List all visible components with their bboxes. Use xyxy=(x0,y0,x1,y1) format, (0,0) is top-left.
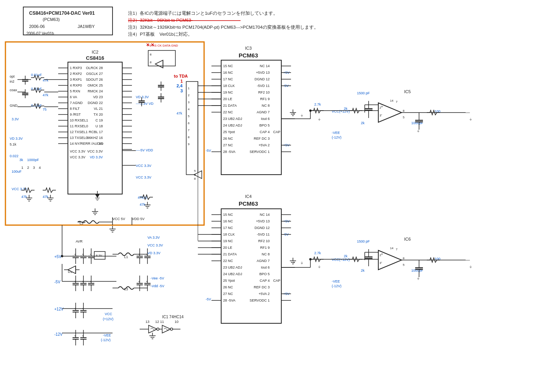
svg-text:1: 1 xyxy=(180,79,183,83)
svg-text:NC 8: NC 8 xyxy=(262,104,270,108)
svg-text:8: 8 xyxy=(403,109,405,113)
svg-text:VD 3.3V: VD 3.3V xyxy=(147,251,161,255)
svg-text:+: + xyxy=(381,105,383,109)
svg-text:8: 8 xyxy=(403,257,405,260)
svg-text:16 NC: 16 NC xyxy=(223,219,233,223)
svg-text:19 NC: 19 NC xyxy=(223,90,233,94)
svg-text:IC1 74HC14: IC1 74HC14 xyxy=(162,315,184,319)
svg-text:VD 23: VD 23 xyxy=(93,95,103,99)
svg-text:2006-06: 2006-06 xyxy=(29,24,45,29)
svg-text:-: - xyxy=(381,113,382,116)
svg-text:RF1 9: RF1 9 xyxy=(260,246,270,250)
svg-text:4: 4 xyxy=(188,108,190,111)
svg-text:注1）各ICの電源端子には電解コンと1uFのセラコンを付加し: 注1）各ICの電源端子には電解コンと1uFのセラコンを付加しています。 xyxy=(128,10,278,16)
svg-text:+: + xyxy=(146,280,148,283)
svg-text:2 RXP2: 2 RXP2 xyxy=(70,72,82,76)
svg-text:VCC 3.3V: VCC 3.3V xyxy=(147,243,163,247)
svg-text:CAP: CAP xyxy=(273,130,281,134)
svg-text:-5VD 11: -5VD 11 xyxy=(257,84,270,88)
svg-text:OMCK 25: OMCK 25 xyxy=(87,83,103,87)
svg-text:----3.3V VD: ----3.3V VD xyxy=(136,102,154,106)
svg-text:⏚: ⏚ xyxy=(301,260,303,265)
svg-text:15 NC: 15 NC xyxy=(223,64,233,68)
svg-text:9: 9 xyxy=(194,173,196,177)
svg-text:2: 2 xyxy=(188,94,190,97)
svg-text:7: 7 xyxy=(396,248,398,251)
svg-text:IC5: IC5 xyxy=(404,89,411,94)
svg-text:47k: 47k xyxy=(177,111,182,115)
svg-text:+5VD 13: +5VD 13 xyxy=(256,219,270,223)
svg-text:VCC 5V: VCC 5V xyxy=(113,217,125,221)
svg-text:14 NY/RERR /AUDIO: 14 NY/RERR /AUDIO xyxy=(70,142,104,146)
svg-text:⏚: ⏚ xyxy=(469,264,472,269)
svg-text:9 /RST: 9 /RST xyxy=(70,113,81,116)
svg-text:-VEE: -VEE xyxy=(103,333,111,337)
svg-text:25 Ypot: 25 Ypot xyxy=(223,279,235,283)
svg-text:8: 8 xyxy=(194,177,196,180)
svg-text:CAP: CAP xyxy=(273,279,281,283)
svg-text:3 RXP1: 3 RXP1 xyxy=(70,78,82,82)
svg-text:VD 3.3V: VD 3.3V xyxy=(90,155,103,159)
svg-text:Iout 6: Iout 6 xyxy=(261,117,270,121)
svg-text:7: 7 xyxy=(188,128,190,132)
svg-text:CS8416+PCM1704-DAC Ver01: CS8416+PCM1704-DAC Ver01 xyxy=(29,10,95,16)
svg-text:5.1k: 5.1k xyxy=(10,142,17,146)
svg-text:SDOUT 26: SDOUT 26 xyxy=(86,78,103,82)
svg-text:OLRCK 28: OLRCK 28 xyxy=(86,66,103,70)
svg-text:17 NC: 17 NC xyxy=(223,226,233,230)
svg-text:26 NC: 26 NC xyxy=(223,137,233,140)
svg-text:Iout 6: Iout 6 xyxy=(261,265,270,269)
svg-text:AVR: AVR xyxy=(76,239,83,243)
svg-text:U 18: U 18 xyxy=(95,124,103,128)
svg-text:96KHZ 16: 96KHZ 16 xyxy=(87,136,103,140)
svg-text:1500 pF: 1500 pF xyxy=(357,239,370,243)
svg-text:+: + xyxy=(82,334,84,338)
svg-text:8.3V: 8.3V xyxy=(96,254,102,257)
svg-text:—: — xyxy=(466,110,470,114)
svg-text:VD 3.3V: VD 3.3V xyxy=(136,95,149,99)
svg-text:SERVODC 1: SERVODC 1 xyxy=(249,298,270,302)
svg-text:47k: 47k xyxy=(43,93,49,97)
svg-text:12 11: 12 11 xyxy=(155,320,164,324)
svg-text:-5VD 11: -5VD 11 xyxy=(257,232,270,236)
svg-text:20 LE: 20 LE xyxy=(223,97,232,101)
svg-text:2,4: 2,4 xyxy=(177,83,183,88)
svg-text:+: + xyxy=(74,253,76,256)
svg-text:⏚: ⏚ xyxy=(301,113,303,117)
svg-text:1: 1 xyxy=(188,87,190,90)
svg-text:AGND 7: AGND 7 xyxy=(256,259,270,263)
svg-text:(-12V): (-12V) xyxy=(332,284,341,288)
svg-text:IC6: IC6 xyxy=(404,237,411,241)
svg-text:VCC 3.3V: VCC 3.3V xyxy=(136,175,151,179)
svg-text:NC 8: NC 8 xyxy=(262,252,270,256)
svg-text:3: 3 xyxy=(180,88,183,93)
svg-text:REF DC 3: REF DC 3 xyxy=(254,137,270,140)
svg-text:DGND 12: DGND 12 xyxy=(255,77,270,81)
svg-text:⏚: ⏚ xyxy=(318,117,320,121)
svg-text:2k: 2k xyxy=(361,269,365,272)
svg-text:47k: 47k xyxy=(140,203,146,206)
svg-text:4 RXP0: 4 RXP0 xyxy=(70,83,82,87)
svg-text:1 RXP3: 1 RXP3 xyxy=(70,66,82,70)
svg-text:-: - xyxy=(381,260,382,264)
svg-text:opt: opt xyxy=(10,75,15,78)
svg-text:3: 3 xyxy=(188,101,190,104)
svg-text:NC 14: NC 14 xyxy=(260,64,270,68)
svg-text:1: 1 xyxy=(21,166,23,170)
svg-text:13: 13 xyxy=(146,320,149,324)
svg-text:19 NC: 19 NC xyxy=(223,239,233,243)
svg-point-324 xyxy=(170,328,173,330)
svg-text:+12V: +12V xyxy=(54,307,64,311)
svg-text:-VEE: -VEE xyxy=(332,279,340,283)
svg-text:RMCK 24: RMCK 24 xyxy=(88,89,103,93)
svg-text:to TDA: to TDA xyxy=(174,74,188,78)
svg-text:VL 21: VL 21 xyxy=(94,107,103,111)
svg-text:1000pF: 1000pF xyxy=(27,158,39,162)
svg-text:10 RXSEL1: 10 RXSEL1 xyxy=(70,118,88,122)
svg-text:14: 14 xyxy=(390,99,393,102)
svg-text:BPO 5: BPO 5 xyxy=(259,272,270,276)
svg-text:+5VA 2: +5VA 2 xyxy=(258,292,270,296)
svg-text:VCC: VCC xyxy=(105,312,113,316)
svg-text:VCC 3.3V: VCC 3.3V xyxy=(87,149,103,153)
svg-text:in2: in2 xyxy=(10,80,14,83)
